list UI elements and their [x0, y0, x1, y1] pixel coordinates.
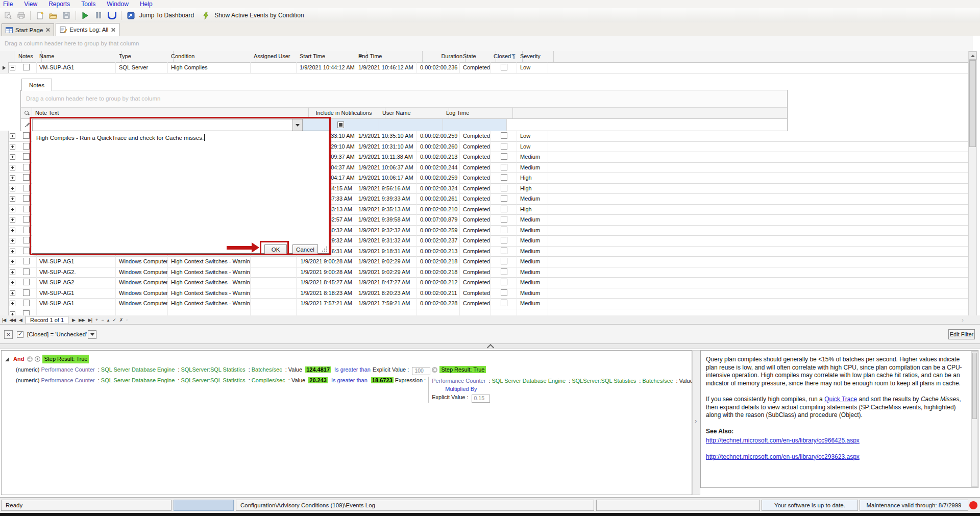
notes-checkbox[interactable]	[23, 195, 30, 202]
expand-row-icon[interactable]	[10, 228, 15, 233]
notes-checkbox[interactable]	[23, 185, 30, 191]
expand-row-icon[interactable]	[10, 280, 15, 285]
expand-row-icon[interactable]	[10, 186, 15, 191]
scroll-right-button[interactable]: ›	[962, 316, 963, 324]
remove-condition-icon[interactable]	[432, 367, 437, 373]
closed-checkbox[interactable]	[501, 153, 507, 160]
notes-checkbox[interactable]	[23, 248, 30, 254]
nav-next-page-button[interactable]: ▶▶	[79, 317, 85, 323]
expand-row-icon[interactable]	[10, 154, 15, 160]
include-in-notifications-checkbox[interactable]	[337, 121, 344, 128]
tab-events-log-all[interactable]: Events Log: All	[56, 23, 119, 36]
show-active-events-button[interactable]	[200, 10, 211, 21]
menu-item-view[interactable]: View	[24, 1, 37, 8]
scroll-left-button[interactable]: ‹	[126, 317, 127, 323]
explicit-value-input[interactable]: 0.15	[472, 395, 490, 403]
nav-edit-button[interactable]: ▴	[107, 317, 109, 323]
notes-checkbox[interactable]	[23, 132, 30, 139]
notes-column-header-log-time[interactable]: Log Time	[443, 108, 513, 118]
nav-first-button[interactable]: |◀	[2, 317, 6, 323]
closed-checkbox[interactable]	[501, 185, 507, 191]
notes-checkbox[interactable]	[23, 153, 30, 160]
menu-item-help[interactable]: Help	[140, 1, 153, 8]
expand-row-icon[interactable]	[10, 290, 15, 296]
closed-checkbox[interactable]	[501, 289, 507, 296]
closed-checkbox[interactable]	[501, 216, 507, 223]
jump-to-dashboard-label[interactable]: Jump To Dashboard	[139, 12, 194, 19]
notes-checkbox[interactable]	[23, 289, 30, 296]
scrollbar-thumb[interactable]	[969, 60, 976, 147]
column-header-duration[interactable]: Duration	[418, 51, 465, 62]
notes-column-header-user-name[interactable]: User Name	[379, 108, 449, 118]
notes-checkbox[interactable]	[23, 206, 30, 212]
notes-checkbox[interactable]	[23, 268, 30, 275]
closed-checkbox[interactable]	[501, 206, 507, 212]
include-in-notifications-cell[interactable]	[303, 119, 379, 131]
nav-endedit-button[interactable]: ✓	[112, 317, 116, 323]
expand-row-icon[interactable]	[10, 144, 15, 150]
status-maintenance[interactable]: Maintenance valid through: 8/7/2999	[860, 500, 968, 511]
status-update[interactable]: Your software is up to date.	[762, 500, 858, 511]
note-editor-popup[interactable]: High Compiles - Run a QuickTrace and che…	[32, 131, 329, 254]
table-row[interactable]: VM-SUP-AG2.Windows ComputerHigh Context …	[0, 267, 968, 278]
nav-prev-page-button[interactable]: ◀◀	[9, 317, 15, 323]
closed-checkbox[interactable]	[501, 174, 507, 181]
notes-checkbox[interactable]	[23, 258, 30, 264]
menu-item-window[interactable]: Window	[107, 1, 129, 8]
jump-to-dashboard-button[interactable]	[125, 10, 136, 21]
menu-item-file[interactable]: File	[3, 1, 13, 8]
reset-button[interactable]	[106, 10, 117, 21]
nav-cancel-button[interactable]: ✗	[119, 317, 123, 323]
notes-checkbox[interactable]	[23, 237, 30, 243]
table-row[interactable]: VM-SUP-AG2Windows ComputerHigh Context S…	[0, 277, 968, 288]
group-by-bar[interactable]: Drag a column header here to group by th…	[0, 36, 973, 52]
scrollbar-thumb[interactable]	[972, 353, 977, 419]
column-header-type[interactable]: Type	[116, 51, 174, 62]
row-filter-header[interactable]	[22, 108, 32, 118]
horizontal-splitter[interactable]	[0, 344, 980, 349]
edit-filter-button[interactable]: Edit Filter	[948, 329, 975, 339]
table-row[interactable]: VM-SUP-AG1Windows ComputerHigh Context S…	[0, 288, 968, 299]
note-editor-text[interactable]: High Compiles - Run a QuickTrace and che…	[36, 134, 205, 141]
closed-checkbox[interactable]	[501, 279, 507, 285]
closed-checkbox[interactable]	[501, 300, 507, 306]
expand-row-icon[interactable]	[10, 269, 15, 275]
notes-checkbox[interactable]	[23, 227, 30, 233]
expand-row-icon[interactable]	[10, 196, 15, 202]
table-row[interactable]	[0, 309, 968, 316]
print-preview-button[interactable]	[2, 10, 13, 21]
closed-checkbox[interactable]	[501, 132, 507, 139]
expand-node-icon[interactable]	[5, 357, 9, 361]
menu-item-reports[interactable]: Reports	[48, 1, 70, 8]
filter-expression[interactable]: [Closed] = 'Unchecked'	[27, 331, 87, 337]
pause-button[interactable]	[93, 10, 104, 21]
scroll-up-button[interactable]	[969, 52, 976, 60]
closed-checkbox[interactable]	[501, 268, 507, 275]
closed-checkbox[interactable]	[501, 248, 507, 254]
combo-dropdown-button[interactable]	[292, 119, 302, 131]
cancel-button[interactable]: Cancel	[292, 244, 318, 255]
closed-checkbox[interactable]	[501, 227, 507, 233]
explicit-value-input[interactable]: 100	[412, 367, 430, 375]
resize-grip[interactable]	[322, 247, 327, 252]
print-button[interactable]	[15, 10, 27, 21]
collapse-right-icon[interactable]: ›	[695, 417, 697, 425]
notes-detail-tab[interactable]: Notes	[21, 79, 52, 91]
filter-close-button[interactable]: ✕	[4, 330, 13, 339]
closed-checkbox[interactable]	[501, 195, 507, 202]
notes-checkbox[interactable]	[23, 216, 30, 223]
notes-column-header-include-in-notifications[interactable]: Include in Notifications	[303, 108, 385, 118]
expand-row-icon[interactable]	[10, 207, 15, 212]
ok-button[interactable]: OK	[264, 244, 287, 255]
nav-delete-button[interactable]: −	[101, 317, 103, 323]
expand-row-icon[interactable]	[10, 301, 15, 306]
expand-row-icon[interactable]	[10, 311, 15, 316]
table-row[interactable]: VM-SUP-AG1Windows ComputerHigh Context S…	[0, 256, 968, 267]
advisory-scrollbar[interactable]	[971, 351, 978, 487]
start-button[interactable]	[80, 10, 91, 21]
expand-row-icon[interactable]	[10, 249, 15, 254]
nav-last-button[interactable]: ▶|	[88, 317, 92, 323]
table-row[interactable]: VM-SUP-AG1Windows ComputerHigh Context S…	[0, 298, 968, 309]
add-condition-icon[interactable]	[27, 356, 33, 362]
notes-checkbox[interactable]	[23, 174, 30, 181]
